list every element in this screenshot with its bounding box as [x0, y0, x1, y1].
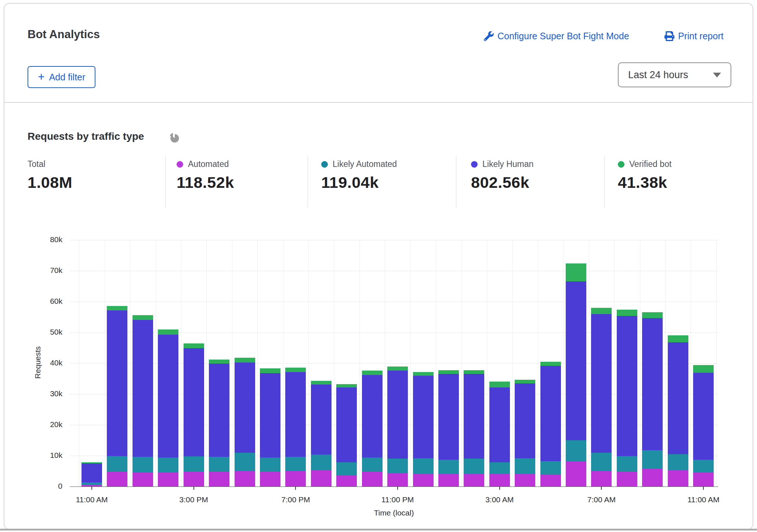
chart-bar-2[interactable]	[133, 315, 153, 487]
print-link-label: Print report	[678, 31, 724, 41]
page-title: Bot Analytics	[28, 28, 100, 41]
configure-link-label: Configure Super Bot Fight Mode	[497, 31, 629, 41]
verified-bot-segment	[668, 335, 688, 342]
x-axis-tick-label: 3:00 AM	[470, 495, 529, 504]
likely-automated-segment	[209, 457, 229, 471]
likely-human-segment	[693, 373, 714, 460]
stat-value: 118.52k	[177, 174, 234, 192]
likely-human-segment	[209, 364, 229, 457]
verified-bot-segment	[464, 370, 484, 374]
automated-segment	[413, 474, 434, 487]
stat-verified-bot[interactable]: Verified bot41.38k	[618, 159, 671, 192]
automated-legend-dot-icon	[177, 161, 183, 168]
likely-automated-segment	[362, 458, 383, 472]
chart-bar-6[interactable]	[235, 357, 255, 487]
likely-automated-segment	[235, 453, 255, 471]
chart-bar-24[interactable]	[693, 365, 714, 487]
stat-label: Automated	[188, 159, 229, 169]
automated-segment	[362, 472, 383, 487]
chart-bar-17[interactable]	[515, 379, 535, 487]
chart-bar-11[interactable]	[362, 371, 383, 487]
x-axis-title: Time (local)	[70, 509, 718, 517]
likely-automated-segment	[285, 457, 306, 471]
verified-bot-segment	[566, 263, 586, 282]
chart-bar-14[interactable]	[438, 370, 459, 487]
automated-segment	[107, 472, 127, 487]
likely-automated-segment	[515, 458, 535, 474]
x-axis-tick-label: 11:00 AM	[674, 495, 733, 504]
automated-segment	[209, 472, 229, 487]
y-axis-tick-label: 20k	[35, 420, 62, 429]
x-axis-tick-label: 7:00 PM	[266, 495, 325, 504]
printer-icon	[664, 31, 674, 41]
verified-bot-segment	[235, 358, 255, 362]
print-report-link[interactable]: Print report	[664, 31, 724, 41]
stat-total[interactable]: Total1.08M	[28, 159, 72, 192]
chart-bar-20[interactable]	[591, 307, 612, 487]
likely-human-segment	[285, 372, 306, 457]
likely-human-segment	[311, 385, 332, 455]
time-range-select[interactable]: Last 24 hours	[618, 62, 731, 87]
verified-bot-segment	[133, 315, 153, 320]
likely-automated-segment	[464, 459, 484, 474]
header-divider	[4, 102, 753, 103]
x-axis-tick-label: 7:00 AM	[572, 495, 631, 504]
section-boundary-divider	[0, 529, 757, 531]
likely-automated-segment	[107, 456, 127, 472]
plus-icon: +	[38, 71, 45, 83]
chart-bar-18[interactable]	[540, 361, 561, 487]
chart-bar-0[interactable]	[82, 462, 102, 487]
likely-human-segment	[668, 342, 688, 454]
stat-likely-automated[interactable]: Likely Automated119.04k	[321, 159, 397, 192]
chart-bar-9[interactable]	[311, 380, 332, 487]
likely-human-segment	[260, 373, 280, 458]
stat-label: Likely Human	[482, 159, 533, 169]
section-title: Requests by traffic type	[28, 131, 144, 142]
chart-bar-12[interactable]	[387, 367, 408, 487]
h-gridline	[70, 240, 718, 240]
chart-bar-15[interactable]	[464, 370, 484, 487]
automated-segment	[566, 461, 586, 487]
pie-chart-icon	[169, 133, 180, 144]
chart-bar-7[interactable]	[260, 368, 280, 487]
likely-automated-segment	[617, 456, 637, 472]
likely-automated-segment	[387, 459, 408, 473]
x-axis-line	[70, 487, 718, 487]
likely-automated-segment	[489, 462, 510, 474]
automated-segment	[285, 471, 306, 487]
x-axis-tick	[193, 487, 194, 490]
chart-bar-16[interactable]	[489, 382, 510, 487]
x-axis-tick	[703, 487, 704, 490]
chart-bar-22[interactable]	[642, 312, 663, 487]
chart-bar-13[interactable]	[413, 372, 434, 487]
likely-automated-segment	[336, 462, 357, 475]
bot-analytics-page: Bot Analytics Configure Super Bot Fight …	[0, 0, 757, 532]
chevron-down-icon	[713, 73, 721, 77]
automated-segment	[489, 474, 510, 487]
automated-segment	[387, 473, 408, 487]
verified-bot-segment	[184, 343, 204, 348]
chart-bar-10[interactable]	[336, 384, 357, 487]
automated-segment	[133, 472, 153, 487]
add-filter-button[interactable]: + Add filter	[28, 66, 95, 88]
automated-segment	[693, 473, 714, 487]
chart-bar-19[interactable]	[566, 263, 586, 487]
likely-human-segment	[82, 463, 102, 482]
chart-bar-21[interactable]	[617, 309, 637, 487]
y-axis-tick-label: 60k	[35, 297, 62, 306]
chart-bar-3[interactable]	[158, 329, 178, 487]
stat-likely-human[interactable]: Likely Human802.56k	[471, 159, 533, 192]
likely-automated-legend-dot-icon	[321, 161, 328, 168]
chart-bar-5[interactable]	[209, 359, 229, 487]
chart-bar-4[interactable]	[184, 343, 204, 487]
likely-automated-segment	[413, 458, 434, 474]
chart-bar-1[interactable]	[107, 306, 127, 487]
stat-automated[interactable]: Automated118.52k	[177, 159, 234, 192]
automated-segment	[235, 471, 255, 487]
configure-super-bot-fight-mode-link[interactable]: Configure Super Bot Fight Mode	[484, 31, 629, 41]
verified-bot-segment	[617, 310, 637, 316]
chart-bar-23[interactable]	[668, 335, 688, 487]
verified-bot-segment	[387, 367, 408, 371]
automated-segment	[438, 474, 459, 487]
chart-bar-8[interactable]	[285, 367, 306, 487]
